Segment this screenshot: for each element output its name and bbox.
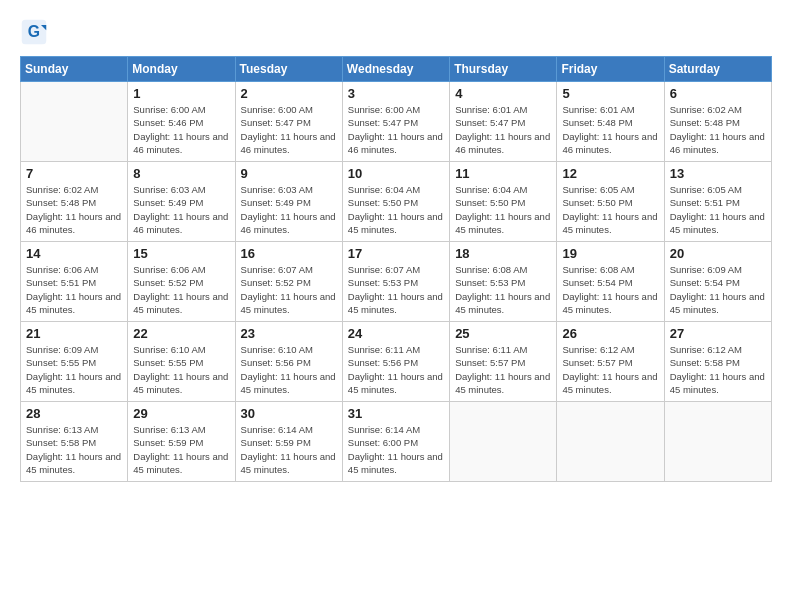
calendar-cell: 3Sunrise: 6:00 AMSunset: 5:47 PMDaylight… — [342, 82, 449, 162]
weekday-header-thursday: Thursday — [450, 57, 557, 82]
day-number: 29 — [133, 406, 229, 421]
calendar-cell: 18Sunrise: 6:08 AMSunset: 5:53 PMDayligh… — [450, 242, 557, 322]
calendar-cell: 17Sunrise: 6:07 AMSunset: 5:53 PMDayligh… — [342, 242, 449, 322]
day-number: 26 — [562, 326, 658, 341]
day-info: Sunrise: 6:02 AMSunset: 5:48 PMDaylight:… — [26, 183, 122, 236]
day-number: 4 — [455, 86, 551, 101]
day-info: Sunrise: 6:00 AMSunset: 5:46 PMDaylight:… — [133, 103, 229, 156]
day-number: 7 — [26, 166, 122, 181]
calendar-cell — [557, 402, 664, 482]
day-number: 18 — [455, 246, 551, 261]
weekday-header-sunday: Sunday — [21, 57, 128, 82]
calendar-cell: 6Sunrise: 6:02 AMSunset: 5:48 PMDaylight… — [664, 82, 771, 162]
calendar-cell: 25Sunrise: 6:11 AMSunset: 5:57 PMDayligh… — [450, 322, 557, 402]
day-number: 28 — [26, 406, 122, 421]
calendar-cell: 10Sunrise: 6:04 AMSunset: 5:50 PMDayligh… — [342, 162, 449, 242]
calendar-cell: 11Sunrise: 6:04 AMSunset: 5:50 PMDayligh… — [450, 162, 557, 242]
day-info: Sunrise: 6:09 AMSunset: 5:54 PMDaylight:… — [670, 263, 766, 316]
day-number: 20 — [670, 246, 766, 261]
day-info: Sunrise: 6:03 AMSunset: 5:49 PMDaylight:… — [241, 183, 337, 236]
calendar-cell: 12Sunrise: 6:05 AMSunset: 5:50 PMDayligh… — [557, 162, 664, 242]
day-info: Sunrise: 6:07 AMSunset: 5:52 PMDaylight:… — [241, 263, 337, 316]
day-number: 19 — [562, 246, 658, 261]
day-number: 31 — [348, 406, 444, 421]
weekday-header-tuesday: Tuesday — [235, 57, 342, 82]
day-number: 14 — [26, 246, 122, 261]
calendar-cell: 15Sunrise: 6:06 AMSunset: 5:52 PMDayligh… — [128, 242, 235, 322]
day-info: Sunrise: 6:13 AMSunset: 5:59 PMDaylight:… — [133, 423, 229, 476]
calendar-cell: 20Sunrise: 6:09 AMSunset: 5:54 PMDayligh… — [664, 242, 771, 322]
calendar-cell: 27Sunrise: 6:12 AMSunset: 5:58 PMDayligh… — [664, 322, 771, 402]
day-info: Sunrise: 6:09 AMSunset: 5:55 PMDaylight:… — [26, 343, 122, 396]
day-number: 15 — [133, 246, 229, 261]
day-info: Sunrise: 6:04 AMSunset: 5:50 PMDaylight:… — [348, 183, 444, 236]
weekday-header-saturday: Saturday — [664, 57, 771, 82]
day-info: Sunrise: 6:12 AMSunset: 5:58 PMDaylight:… — [670, 343, 766, 396]
day-info: Sunrise: 6:10 AMSunset: 5:56 PMDaylight:… — [241, 343, 337, 396]
day-number: 10 — [348, 166, 444, 181]
day-number: 25 — [455, 326, 551, 341]
calendar-cell: 2Sunrise: 6:00 AMSunset: 5:47 PMDaylight… — [235, 82, 342, 162]
calendar-cell: 30Sunrise: 6:14 AMSunset: 5:59 PMDayligh… — [235, 402, 342, 482]
day-info: Sunrise: 6:13 AMSunset: 5:58 PMDaylight:… — [26, 423, 122, 476]
day-number: 5 — [562, 86, 658, 101]
logo: G — [20, 18, 52, 46]
day-number: 2 — [241, 86, 337, 101]
day-number: 21 — [26, 326, 122, 341]
day-number: 17 — [348, 246, 444, 261]
calendar-cell: 7Sunrise: 6:02 AMSunset: 5:48 PMDaylight… — [21, 162, 128, 242]
week-row-1: 1Sunrise: 6:00 AMSunset: 5:46 PMDaylight… — [21, 82, 772, 162]
day-info: Sunrise: 6:03 AMSunset: 5:49 PMDaylight:… — [133, 183, 229, 236]
weekday-header-wednesday: Wednesday — [342, 57, 449, 82]
day-info: Sunrise: 6:08 AMSunset: 5:53 PMDaylight:… — [455, 263, 551, 316]
day-info: Sunrise: 6:06 AMSunset: 5:51 PMDaylight:… — [26, 263, 122, 316]
day-number: 6 — [670, 86, 766, 101]
calendar-header: SundayMondayTuesdayWednesdayThursdayFrid… — [21, 57, 772, 82]
day-info: Sunrise: 6:11 AMSunset: 5:56 PMDaylight:… — [348, 343, 444, 396]
weekday-header-friday: Friday — [557, 57, 664, 82]
week-row-5: 28Sunrise: 6:13 AMSunset: 5:58 PMDayligh… — [21, 402, 772, 482]
day-number: 22 — [133, 326, 229, 341]
calendar-cell: 16Sunrise: 6:07 AMSunset: 5:52 PMDayligh… — [235, 242, 342, 322]
calendar-cell: 24Sunrise: 6:11 AMSunset: 5:56 PMDayligh… — [342, 322, 449, 402]
day-number: 16 — [241, 246, 337, 261]
calendar-cell — [664, 402, 771, 482]
day-number: 9 — [241, 166, 337, 181]
day-info: Sunrise: 6:14 AMSunset: 5:59 PMDaylight:… — [241, 423, 337, 476]
calendar-cell: 8Sunrise: 6:03 AMSunset: 5:49 PMDaylight… — [128, 162, 235, 242]
calendar-cell — [450, 402, 557, 482]
day-info: Sunrise: 6:04 AMSunset: 5:50 PMDaylight:… — [455, 183, 551, 236]
calendar-body: 1Sunrise: 6:00 AMSunset: 5:46 PMDaylight… — [21, 82, 772, 482]
calendar-cell: 21Sunrise: 6:09 AMSunset: 5:55 PMDayligh… — [21, 322, 128, 402]
day-number: 13 — [670, 166, 766, 181]
calendar-cell: 31Sunrise: 6:14 AMSunset: 6:00 PMDayligh… — [342, 402, 449, 482]
week-row-3: 14Sunrise: 6:06 AMSunset: 5:51 PMDayligh… — [21, 242, 772, 322]
calendar-cell: 28Sunrise: 6:13 AMSunset: 5:58 PMDayligh… — [21, 402, 128, 482]
calendar-cell: 5Sunrise: 6:01 AMSunset: 5:48 PMDaylight… — [557, 82, 664, 162]
day-info: Sunrise: 6:02 AMSunset: 5:48 PMDaylight:… — [670, 103, 766, 156]
week-row-2: 7Sunrise: 6:02 AMSunset: 5:48 PMDaylight… — [21, 162, 772, 242]
calendar-cell — [21, 82, 128, 162]
svg-text:G: G — [28, 23, 40, 40]
day-info: Sunrise: 6:11 AMSunset: 5:57 PMDaylight:… — [455, 343, 551, 396]
day-info: Sunrise: 6:12 AMSunset: 5:57 PMDaylight:… — [562, 343, 658, 396]
day-info: Sunrise: 6:08 AMSunset: 5:54 PMDaylight:… — [562, 263, 658, 316]
calendar-cell: 26Sunrise: 6:12 AMSunset: 5:57 PMDayligh… — [557, 322, 664, 402]
day-number: 3 — [348, 86, 444, 101]
page: G SundayMondayTuesdayWednesdayThursdayFr… — [0, 0, 792, 612]
day-number: 30 — [241, 406, 337, 421]
day-number: 27 — [670, 326, 766, 341]
day-info: Sunrise: 6:05 AMSunset: 5:50 PMDaylight:… — [562, 183, 658, 236]
header: G — [20, 18, 772, 46]
calendar-table: SundayMondayTuesdayWednesdayThursdayFrid… — [20, 56, 772, 482]
calendar-cell: 13Sunrise: 6:05 AMSunset: 5:51 PMDayligh… — [664, 162, 771, 242]
day-info: Sunrise: 6:14 AMSunset: 6:00 PMDaylight:… — [348, 423, 444, 476]
calendar-cell: 9Sunrise: 6:03 AMSunset: 5:49 PMDaylight… — [235, 162, 342, 242]
day-info: Sunrise: 6:01 AMSunset: 5:47 PMDaylight:… — [455, 103, 551, 156]
day-number: 1 — [133, 86, 229, 101]
calendar-cell: 29Sunrise: 6:13 AMSunset: 5:59 PMDayligh… — [128, 402, 235, 482]
day-info: Sunrise: 6:07 AMSunset: 5:53 PMDaylight:… — [348, 263, 444, 316]
day-number: 23 — [241, 326, 337, 341]
weekday-header-monday: Monday — [128, 57, 235, 82]
day-number: 8 — [133, 166, 229, 181]
